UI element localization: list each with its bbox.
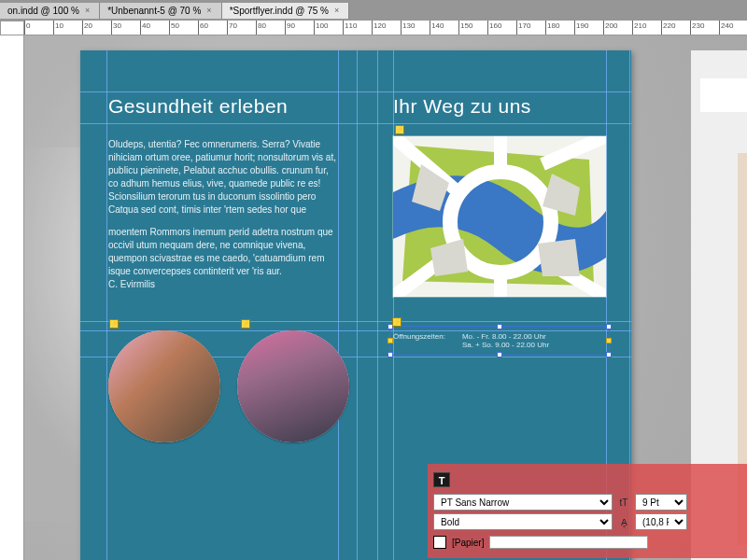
- circle-image-1[interactable]: [108, 330, 220, 442]
- circle-image-2[interactable]: [237, 330, 349, 442]
- link-badge-icon[interactable]: ⚡: [241, 319, 250, 329]
- tab-2[interactable]: *Unbenannt-5 @ 70 %×: [100, 3, 221, 19]
- font-size-select[interactable]: 9 Pt: [635, 494, 687, 511]
- tab-label: on.indd @ 100 %: [7, 6, 79, 16]
- tab-1[interactable]: on.indd @ 100 %×: [0, 3, 100, 19]
- close-icon[interactable]: ×: [83, 6, 92, 15]
- tab-label: *Sportflyer.indd @ 75 %: [230, 6, 329, 16]
- headline-right[interactable]: Ihr Weg zu uns: [393, 95, 531, 118]
- ruler-horizontal[interactable]: 0102030405060708090100110120130140150160…: [24, 21, 747, 35]
- body-p2: moentem Rommors inemum perid adetra nost…: [108, 226, 338, 278]
- opening-lines: Mo. - Fr. 8.00 - 22.00 Uhr Sa. + So. 9.0…: [462, 332, 549, 349]
- ruler-vertical[interactable]: [0, 35, 24, 560]
- body-p1: Oludeps, utentia? Fec omnerumeris. Serra…: [108, 138, 338, 217]
- font-style-select[interactable]: Bold: [433, 513, 613, 530]
- opening-line-2: Sa. + So. 9.00 - 22.00 Uhr: [462, 341, 549, 349]
- canvas[interactable]: Gesundheit erleben Ihr Weg zu uns Oludep…: [24, 35, 747, 560]
- opening-line-1: Mo. - Fr. 8.00 - 22.00 Uhr: [462, 332, 549, 341]
- body-text[interactable]: Oludeps, utentia? Fec omnerumeris. Serra…: [108, 138, 338, 291]
- fill-swatch[interactable]: [433, 536, 446, 549]
- document-tabs: on.indd @ 100 %× *Unbenannt-5 @ 70 %× *S…: [0, 0, 747, 21]
- tab-label: *Unbenannt-5 @ 70 %: [107, 6, 201, 16]
- swatch-label: [Papier]: [452, 538, 484, 548]
- link-badge-icon[interactable]: ⚡: [392, 317, 402, 327]
- map-graphic[interactable]: [393, 136, 606, 297]
- font-family-select[interactable]: PT Sans Narrow: [433, 494, 613, 511]
- type-tool-icon[interactable]: T: [433, 472, 450, 487]
- ruler-origin[interactable]: [0, 21, 24, 35]
- link-badge-icon[interactable]: ⚡: [395, 125, 404, 134]
- close-icon[interactable]: ×: [332, 6, 341, 15]
- leading-icon: A͇: [616, 514, 631, 529]
- link-badge-icon[interactable]: ⚡: [109, 319, 119, 329]
- swatch-bar[interactable]: [489, 536, 648, 549]
- opening-times-frame[interactable]: Öffnungszeiten: Mo. - Fr. 8.00 - 22.00 U…: [393, 332, 606, 349]
- map-svg: [393, 136, 606, 297]
- right-banner[interactable]: WIR MACH: [700, 78, 747, 112]
- type-tool-icon-row: T: [433, 471, 747, 488]
- opening-label: Öffnungszeiten:: [393, 332, 445, 349]
- swatch-row: [Papier]: [433, 536, 747, 549]
- type-tool-panel[interactable]: T PT Sans Narrow tT 9 Pt Bold A͇ (10,8 P…: [428, 464, 747, 558]
- leading-select[interactable]: (10,8 Pt): [635, 513, 687, 530]
- tab-3[interactable]: *Sportflyer.indd @ 75 %×: [222, 3, 350, 19]
- body-sig: C. Evirmilis: [108, 278, 338, 291]
- headline-left[interactable]: Gesundheit erleben: [108, 95, 288, 118]
- close-icon[interactable]: ×: [204, 6, 213, 15]
- font-size-icon: tT: [616, 495, 631, 510]
